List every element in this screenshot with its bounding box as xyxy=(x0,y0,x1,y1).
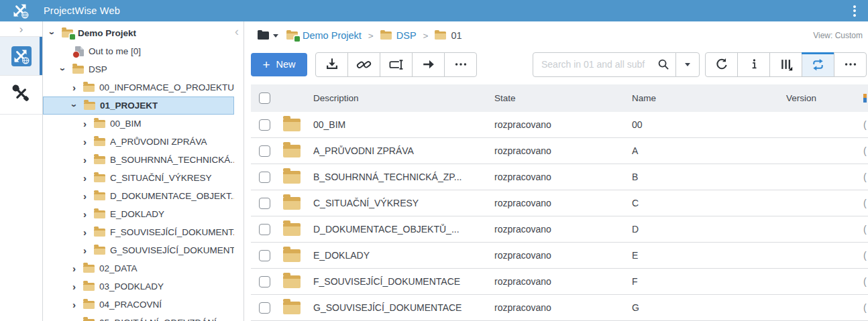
collapse-tree-button[interactable] xyxy=(232,25,241,38)
search-options-button[interactable] xyxy=(675,52,700,77)
chevron-right-icon[interactable] xyxy=(79,119,91,129)
info-button[interactable] xyxy=(737,52,770,77)
folder-icon xyxy=(94,120,105,128)
table-row[interactable]: B_SOUHRNNÁ_TECHNICKÁ_ZP...rozpracovanoB( xyxy=(251,164,868,190)
tree-item[interactable]: 04_PRACOVNÍ xyxy=(43,296,234,314)
chevron-right-icon[interactable] xyxy=(79,209,91,219)
column-header-name[interactable]: Name xyxy=(627,93,781,103)
tree-item[interactable]: C_SITUAČNÍ_VÝKRESY xyxy=(43,169,234,187)
project-folder-icon xyxy=(62,29,73,38)
chevron-right-icon[interactable] xyxy=(79,227,91,237)
row-checkbox[interactable] xyxy=(259,145,270,157)
select-all-checkbox[interactable] xyxy=(259,92,270,104)
column-header-state[interactable]: State xyxy=(489,93,627,103)
table-row[interactable]: C_SITUAČNÍ_VÝKRESYrozpracovanoC( xyxy=(251,190,868,216)
move-icon xyxy=(421,57,436,72)
tree-item[interactable]: G_SOUVISEJÍCÍ_DOKUMENT... xyxy=(43,241,234,259)
row-checkbox[interactable] xyxy=(259,172,270,183)
cell-description: B_SOUHRNNÁ_TECHNICKÁ_ZP... xyxy=(308,172,489,182)
cell-description: C_SITUAČNÍ_VÝKRESY xyxy=(308,198,489,208)
chevron-right-icon[interactable] xyxy=(79,191,91,201)
clipped-cell-text: ( xyxy=(863,172,867,182)
tree-item[interactable]: A_PRŮVODNI ZPRÁVA xyxy=(43,133,234,151)
tree-item-label: G_SOUVISEJÍCÍ_DOKUMENT... xyxy=(110,245,234,255)
rail-item-tools[interactable] xyxy=(0,76,42,115)
more-actions-button[interactable] xyxy=(444,52,477,77)
cell-state: rozpracovano xyxy=(489,276,627,287)
search xyxy=(533,52,700,77)
sync-view-button[interactable] xyxy=(802,52,834,77)
tree-item[interactable]: D_DOKUMENTACE_OBJEKT... xyxy=(43,187,234,205)
tree-item[interactable]: F_SOUVISEJÍCÍ_DOKUMENT... xyxy=(43,223,234,241)
row-checkbox[interactable] xyxy=(259,302,270,314)
table-header: Description State Name Version xyxy=(251,84,868,112)
rail-expand-button[interactable] xyxy=(0,21,42,37)
clipped-cell-text: ( xyxy=(863,224,867,235)
folder-icon xyxy=(94,138,105,146)
column-header-version[interactable]: Version xyxy=(781,93,858,103)
row-checkbox[interactable] xyxy=(259,224,270,235)
projectwise-logo-glyph xyxy=(13,48,30,64)
folder-icon xyxy=(283,302,301,314)
breadcrumb-item[interactable]: DSP xyxy=(380,30,417,41)
tree-item-label: E_DOKLADY xyxy=(110,209,164,219)
refresh-button[interactable] xyxy=(705,52,738,77)
tree-item[interactable]: 03_PODKLADY xyxy=(43,277,234,296)
chevron-down-icon[interactable] xyxy=(47,28,58,38)
folder-icon xyxy=(435,31,446,40)
rail-item-documents[interactable] xyxy=(0,37,42,76)
tree-item[interactable]: 05_DIGITÁLNÍ_ODEVZDÁNÍ xyxy=(43,314,234,321)
chevron-right-icon[interactable] xyxy=(68,82,80,92)
search-input[interactable] xyxy=(533,59,657,70)
chevron-right-icon[interactable] xyxy=(79,137,91,147)
tree-item[interactable]: 01_PROJEKT xyxy=(43,97,234,115)
clipped-cell-text: ( xyxy=(863,198,867,208)
columns-button[interactable] xyxy=(769,52,802,77)
chevron-down-icon xyxy=(685,63,690,66)
project-folder-icon xyxy=(286,31,298,40)
chevron-down-icon[interactable] xyxy=(69,101,80,111)
table-row[interactable]: A_PRŮVODNI ZPRÁVArozpracovanoA( xyxy=(251,138,868,164)
cell-state: rozpracovano xyxy=(489,224,627,235)
cell-state: rozpracovano xyxy=(489,302,627,313)
tree-item[interactable]: DSP xyxy=(43,60,234,78)
row-checkbox[interactable] xyxy=(259,250,270,261)
table-row[interactable]: E_DOKLADYrozpracovanoE( xyxy=(251,243,868,269)
column-header-description[interactable]: Description xyxy=(308,93,489,103)
breadcrumb-root-dropdown[interactable] xyxy=(258,31,278,40)
folder-icon xyxy=(94,174,105,182)
folder-icon xyxy=(83,301,95,309)
tree-item[interactable]: 00_BIM xyxy=(43,115,234,133)
breadcrumb-item[interactable]: Demo Projekt xyxy=(286,30,362,41)
rename-button[interactable] xyxy=(380,52,413,77)
app-menu-button[interactable] xyxy=(849,1,860,20)
tree-item[interactable]: E_DOKLADY xyxy=(43,205,234,223)
chevron-right-icon[interactable] xyxy=(68,300,80,310)
tree-item[interactable]: Demo Projekt xyxy=(43,24,234,42)
link-button[interactable] xyxy=(347,52,380,77)
more-view-options-button[interactable] xyxy=(834,52,867,77)
table-row[interactable]: G_SOUVISEJÍCÍ_DOKUMENTACErozpracovanoG( xyxy=(251,295,868,321)
chevron-right-icon[interactable] xyxy=(68,281,80,292)
chevron-right-icon[interactable] xyxy=(79,173,91,183)
chevron-right-icon[interactable] xyxy=(79,245,91,255)
tree-item[interactable]: 00_INFORMACE_O_PROJEKTU xyxy=(43,78,234,97)
tree-item[interactable]: B_SOUHRNNÁ_TECHNICKÁ... xyxy=(43,151,234,169)
breadcrumb-item[interactable]: 01 xyxy=(435,30,462,41)
tree-item[interactable]: 02_DATA xyxy=(43,259,234,277)
row-checkbox[interactable] xyxy=(259,198,270,209)
chevron-right-icon[interactable] xyxy=(68,318,80,321)
download-button[interactable] xyxy=(315,52,348,77)
row-checkbox[interactable] xyxy=(259,276,270,287)
chevron-down-icon[interactable] xyxy=(58,64,69,74)
new-button[interactable]: New xyxy=(251,53,307,76)
table-row[interactable]: D_DOKUMENTACE_OBJEKTŮ_...rozpracovanoD( xyxy=(251,216,868,243)
view-label: View: Custom xyxy=(813,31,863,40)
row-checkbox[interactable] xyxy=(259,119,270,131)
chevron-right-icon[interactable] xyxy=(79,155,91,165)
chevron-right-icon[interactable] xyxy=(68,263,80,273)
move-button[interactable] xyxy=(412,52,445,77)
table-row[interactable]: F_SOUVISEJÍCÍ_DOKUMENTACErozpracovanoF( xyxy=(251,269,868,295)
tree-item[interactable]: Out to me [0] xyxy=(43,42,234,60)
table-row[interactable]: 00_BIMrozpracovano00( xyxy=(251,112,868,138)
